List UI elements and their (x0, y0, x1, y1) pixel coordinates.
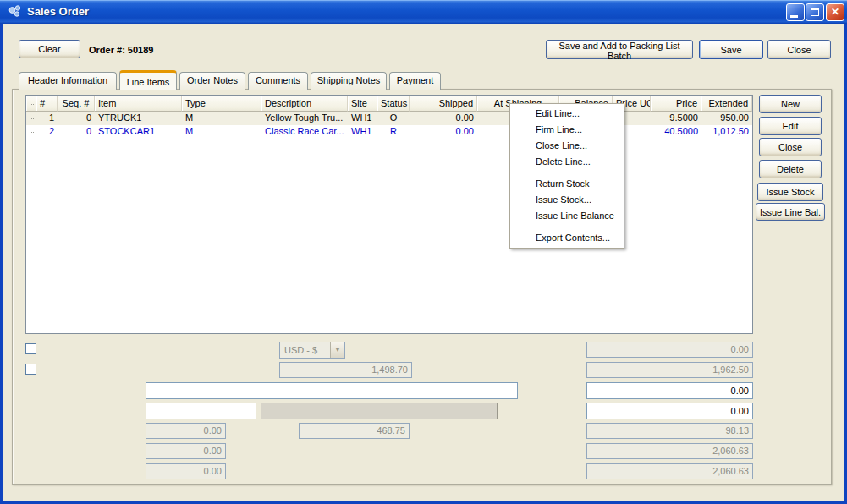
issue-line-bal-button[interactable]: Issue Line Bal. (756, 203, 825, 221)
row-handle (26, 112, 36, 125)
col-header-item[interactable]: Item (95, 96, 182, 112)
delete-button[interactable]: Delete (759, 160, 822, 178)
margin-field: 1,498.70 (279, 362, 412, 378)
close-window-button[interactable]: Close (767, 40, 831, 59)
misc-charge-sales-account-description-field (261, 403, 498, 419)
tab-payment[interactable]: Payment (389, 72, 441, 90)
col-header-shipped[interactable]: Shipped (410, 96, 477, 112)
menu-separator (512, 173, 622, 173)
order-number-label: Order #: 50189 (89, 45, 153, 55)
authorized-cc-payments-field: 0.00 (146, 463, 226, 479)
menu-item-issue-stock[interactable]: Issue Stock... (510, 192, 624, 208)
cell-price: 40.5000 (651, 125, 701, 139)
col-header-price[interactable]: Price (651, 96, 701, 112)
cell-site: WH1 (348, 112, 377, 125)
cell-num: 2 (36, 125, 58, 139)
cell-type: M (182, 112, 261, 125)
freight-weight-field: 468.75 (299, 423, 410, 439)
row-handle (26, 125, 36, 139)
misc-charge-description-input[interactable] (146, 382, 518, 399)
cell-status: R (377, 125, 410, 139)
new-button[interactable]: New (759, 95, 822, 113)
save-and-add-button[interactable]: Save and Add to Packing List Batch (546, 40, 693, 59)
cell-seq: 0 (58, 125, 95, 139)
window-border-right (844, 24, 847, 504)
cell-status: O (377, 112, 410, 125)
cell-shipped: 0.00 (410, 125, 477, 139)
cell-shipped: 0.00 (410, 112, 477, 125)
table-header-row: # Seq. # Item Type Description Site Stat… (26, 96, 752, 112)
cell-price: 9.5000 (651, 112, 701, 125)
header-gutter (26, 96, 36, 112)
cell-extended: 950.00 (701, 112, 752, 125)
cell-extended: 1,012.50 (701, 125, 752, 139)
maximize-glyph (811, 8, 819, 16)
col-header-type[interactable]: Type (182, 96, 261, 112)
close-line-button[interactable]: Close (759, 138, 822, 156)
tax-field: 98.13 (586, 423, 753, 439)
line-items-table: # Seq. # Item Type Description Site Stat… (25, 95, 753, 334)
outstanding-credit-field: 0.00 (146, 443, 226, 459)
col-header-status[interactable]: Status (377, 96, 410, 112)
tab-order-notes[interactable]: Order Notes (179, 72, 245, 90)
menu-item-firm-line[interactable]: Firm Line... (510, 122, 624, 138)
balance-field: 2,060.63 (586, 463, 753, 479)
col-header-extended[interactable]: Extended (701, 96, 752, 112)
minimize-glyph (790, 15, 798, 18)
window-border-left (0, 24, 3, 504)
require-sufficient-inventory-checkbox[interactable] (25, 343, 36, 354)
clear-button[interactable]: Clear (19, 40, 80, 58)
col-header-seq[interactable]: Seq. # (58, 96, 95, 112)
window-title: Sales Order (27, 0, 89, 24)
cell-num: 1 (36, 112, 58, 125)
col-header-num[interactable]: # (36, 96, 58, 112)
menu-item-export-contents[interactable]: Export Contents... (510, 230, 624, 246)
misc-charge-sales-account-input[interactable] (146, 403, 256, 419)
col-header-site[interactable]: Site (348, 96, 377, 112)
app-icon (8, 4, 23, 19)
menu-separator (512, 227, 622, 227)
currency-value: USD - $ (284, 345, 317, 355)
window-border-bottom (0, 501, 847, 504)
tab-header-information[interactable]: Header Information (19, 72, 117, 90)
allocated-credit-field: 0.00 (146, 423, 226, 439)
menu-item-edit-line[interactable]: Edit Line... (510, 106, 624, 122)
menu-item-close-line[interactable]: Close Line... (510, 138, 624, 154)
table-row[interactable]: 2 0 STOCKCAR1 M Classic Race Car... WH1 … (26, 125, 752, 139)
menu-item-delete-line[interactable]: Delete Line... (510, 154, 624, 170)
minimize-button-icon[interactable] (786, 3, 805, 21)
issue-stock-button[interactable]: Issue Stock (757, 183, 823, 201)
cell-description: Yellow Tough Tru... (261, 112, 348, 125)
total-field: 2,060.63 (586, 443, 753, 459)
tab-comments[interactable]: Comments (248, 72, 308, 90)
context-menu: Edit Line... Firm Line... Close Line... … (509, 103, 624, 249)
edit-button[interactable]: Edit (759, 117, 822, 135)
close-glyph: ✕ (827, 4, 844, 20)
chevron-down-icon: ▼ (330, 342, 344, 358)
table-row[interactable]: 1 0 YTRUCK1 M Yellow Tough Tru... WH1 O … (26, 112, 752, 125)
freight-input[interactable] (586, 403, 753, 419)
at-shipping-field: 0.00 (586, 342, 753, 358)
cell-item: STOCKCAR1 (95, 125, 182, 139)
cell-description: Classic Race Car... (261, 125, 348, 139)
tab-line-items[interactable]: Line Items (119, 70, 177, 90)
menu-item-issue-line-balance[interactable]: Issue Line Balance (510, 208, 624, 224)
cell-site: WH1 (348, 125, 377, 139)
col-header-description[interactable]: Description (261, 96, 348, 112)
show-canceled-line-items-checkbox[interactable] (25, 364, 36, 375)
misc-charge-input[interactable] (586, 382, 753, 399)
sales-order-window: Sales Order ✕ Clear Order #: 50189 Save … (0, 0, 847, 504)
cell-type: M (182, 125, 261, 139)
currency-select: USD - $ ▼ (279, 342, 345, 359)
titlebar: Sales Order ✕ (0, 0, 847, 24)
save-button[interactable]: Save (699, 40, 763, 59)
maximize-button-icon[interactable] (806, 3, 824, 21)
tab-shipping-notes[interactable]: Shipping Notes (311, 72, 387, 90)
close-button-icon[interactable]: ✕ (826, 3, 844, 21)
cell-item: YTRUCK1 (95, 112, 182, 125)
menu-item-return-stock[interactable]: Return Stock (510, 176, 624, 192)
cell-seq: 0 (58, 112, 95, 125)
subtotal-field: 1,962.50 (586, 362, 753, 378)
